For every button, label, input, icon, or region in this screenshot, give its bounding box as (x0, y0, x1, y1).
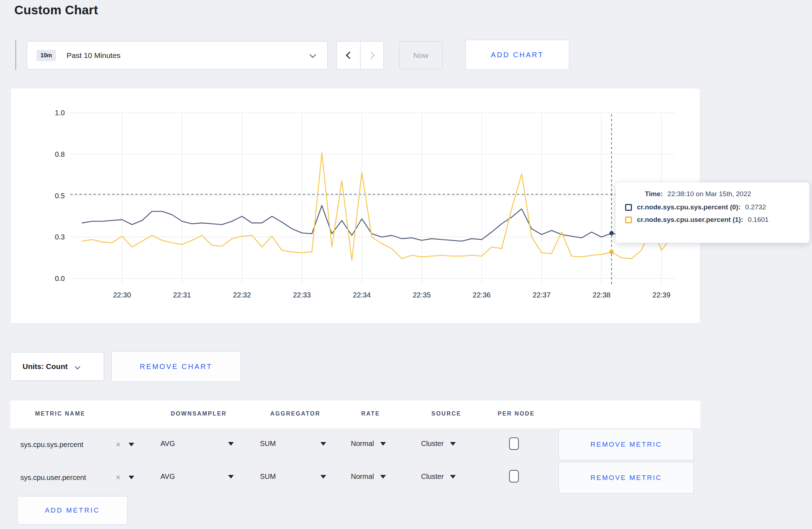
triangle-down-icon (228, 475, 234, 479)
custom-chart-page: Custom Chart 10m Past 10 Minutes Now ADD… (0, 0, 812, 529)
triangle-down-icon (320, 442, 326, 446)
svg-text:22:35: 22:35 (413, 291, 431, 299)
svg-text:22:31: 22:31 (173, 291, 191, 299)
time-back-button[interactable] (337, 42, 360, 69)
source-value: Cluster (421, 440, 444, 448)
tooltip-time-value: 22:38:10 on Mar 15th, 2022 (667, 190, 751, 198)
svg-text:22:30: 22:30 (113, 291, 131, 299)
tooltip-time-row: Time: 22:38:10 on Mar 15th, 2022 (625, 190, 800, 198)
downsampler-select[interactable]: AVG (160, 472, 234, 481)
time-range-badge: 10m (37, 50, 56, 61)
rate-value: Normal (351, 440, 374, 448)
chart-card: 0.00.30.50.81.022:3022:3122:3222:3322:34… (10, 88, 700, 324)
metric-name-value: sys.cpu.user.percent (20, 474, 86, 482)
aggregator-value: SUM (260, 472, 276, 481)
triangle-down-icon (450, 442, 456, 446)
tooltip-time-label: Time: (645, 190, 663, 198)
source-value: Cluster (421, 472, 444, 481)
chevron-right-icon (367, 52, 374, 59)
add-chart-button[interactable]: ADD CHART (465, 40, 569, 70)
triangle-down-icon (320, 475, 326, 479)
svg-text:22:38: 22:38 (593, 291, 610, 299)
remove-metric-button[interactable]: REMOVE METRIC (559, 429, 694, 460)
rate-value: Normal (351, 472, 374, 481)
metric-name-value: sys.cpu.sys.percent (20, 441, 83, 449)
svg-text:22:33: 22:33 (293, 291, 311, 299)
triangle-down-icon (129, 443, 134, 446)
user-series-name: cr.node.sys.cpu.user.percent (1): (637, 216, 743, 224)
rate-select[interactable]: Normal (351, 472, 386, 481)
time-range-dropdown[interactable]: 10m Past 10 Minutes (27, 41, 328, 69)
sys-series-name: cr.node.sys.cpu.sys.percent (0): (637, 203, 740, 211)
per-node-checkbox[interactable] (509, 437, 519, 450)
time-step-group (337, 41, 384, 69)
column-header-aggregator: AGGREGATOR (270, 411, 320, 417)
clear-metric-icon[interactable]: × (116, 472, 121, 482)
svg-text:0.5: 0.5 (55, 192, 65, 200)
column-header-rate: RATE (361, 411, 380, 417)
sys-series-legend-swatch (625, 204, 632, 211)
svg-text:22:36: 22:36 (473, 291, 490, 299)
triangle-down-icon (450, 475, 456, 479)
metric-name-select[interactable]: sys.cpu.user.percent × (20, 472, 134, 482)
downsampler-value: AVG (160, 472, 175, 481)
svg-text:22:37: 22:37 (533, 291, 551, 299)
triangle-down-icon (380, 442, 386, 446)
sys-series-value: 0.2732 (745, 203, 766, 211)
svg-text:1.0: 1.0 (55, 109, 65, 117)
svg-text:0.0: 0.0 (55, 275, 65, 282)
svg-text:0.3: 0.3 (55, 233, 65, 241)
column-header-source: SOURCE (431, 411, 461, 417)
cpu-chart-svg[interactable]: 0.00.30.50.81.022:3022:3122:3222:3322:34… (11, 88, 701, 324)
tooltip-series-row: cr.node.sys.cpu.sys.percent (0): 0.2732 (625, 203, 800, 211)
chevron-down-icon (75, 364, 81, 369)
aggregator-select[interactable]: SUM (260, 472, 326, 481)
downsampler-select[interactable]: AVG (160, 440, 234, 448)
metric-name-select[interactable]: sys.cpu.sys.percent × (20, 440, 134, 450)
aggregator-value: SUM (260, 440, 276, 448)
units-dropdown[interactable]: Units: Count (10, 352, 104, 381)
svg-text:22:34: 22:34 (353, 291, 371, 299)
user-series-value: 0.1601 (748, 216, 769, 224)
clear-metric-icon[interactable]: × (116, 440, 121, 450)
chevron-left-icon (346, 52, 353, 59)
remove-metric-button[interactable]: REMOVE METRIC (559, 462, 694, 494)
metrics-table-header: METRIC NAME DOWNSAMPLER AGGREGATOR RATE … (10, 401, 700, 428)
rate-select[interactable]: Normal (351, 440, 386, 448)
time-forward-button[interactable] (360, 42, 383, 69)
column-header-downsampler: DOWNSAMPLER (171, 411, 227, 417)
downsampler-value: AVG (160, 440, 175, 448)
source-select[interactable]: Cluster (421, 440, 456, 448)
triangle-down-icon (129, 476, 134, 479)
units-label: Units: Count (23, 362, 68, 371)
svg-text:22:39: 22:39 (653, 291, 671, 299)
svg-text:22:32: 22:32 (233, 291, 251, 299)
svg-text:0.8: 0.8 (55, 150, 65, 158)
user-series-legend-swatch (625, 217, 632, 223)
chart-tooltip: Time: 22:38:10 on Mar 15th, 2022 cr.node… (615, 182, 809, 243)
aggregator-select[interactable]: SUM (260, 440, 326, 448)
tooltip-series-row: cr.node.sys.cpu.user.percent (1): 0.1601 (625, 216, 800, 224)
source-select[interactable]: Cluster (421, 472, 456, 481)
page-title: Custom Chart (14, 3, 98, 17)
column-header-metric-name: METRIC NAME (35, 411, 85, 417)
chevron-down-icon (309, 51, 316, 58)
now-button[interactable]: Now (399, 41, 443, 69)
triangle-down-icon (380, 475, 386, 479)
column-header-per-node: PER NODE (498, 411, 535, 417)
toolbar-left-rule (15, 40, 16, 70)
triangle-down-icon (228, 442, 234, 446)
remove-chart-button[interactable]: REMOVE CHART (111, 351, 241, 382)
add-metric-button[interactable]: ADD METRIC (17, 496, 127, 525)
per-node-checkbox[interactable] (509, 470, 519, 482)
time-range-label: Past 10 Minutes (67, 51, 121, 60)
